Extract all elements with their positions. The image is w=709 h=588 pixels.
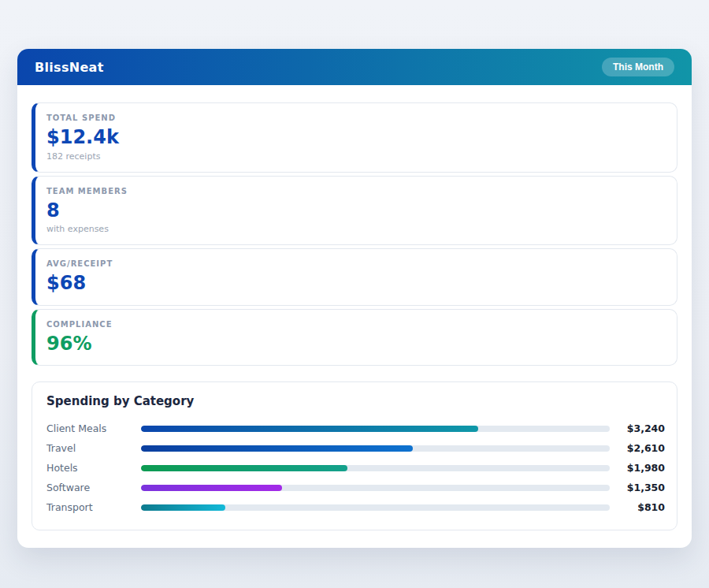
category-value: $1,350 xyxy=(619,482,665,493)
category-label: Travel xyxy=(46,442,141,454)
bar-track xyxy=(141,485,610,491)
period-badge[interactable]: This Month xyxy=(602,58,674,76)
stat-value: 8 xyxy=(46,200,666,222)
stat-value: $68 xyxy=(46,273,666,295)
category-value: $810 xyxy=(619,501,665,513)
category-value: $2,610 xyxy=(619,442,665,454)
bar-fill xyxy=(141,445,413,452)
bar-track xyxy=(141,465,610,471)
stat-subtitle: 182 receipts xyxy=(46,151,666,162)
bar-track xyxy=(141,504,610,511)
bar-fill xyxy=(141,504,225,511)
bar-track xyxy=(141,426,610,432)
dashboard-body: TOTAL SPEND $12.4k 182 receipts TEAM MEM… xyxy=(17,85,692,548)
category-label: Software xyxy=(46,482,141,493)
bar-track xyxy=(141,445,610,452)
spending-chart-card: Spending by Category Client Meals $3,240… xyxy=(32,381,677,530)
category-label: Hotels xyxy=(46,462,141,474)
stat-value: 96% xyxy=(46,333,666,355)
stat-card: AVG/RECEIPT $68 xyxy=(32,248,677,306)
chart-row: Transport $810 xyxy=(46,497,665,517)
app-header: BlissNeat This Month xyxy=(17,49,692,85)
stat-label: TEAM MEMBERS xyxy=(46,187,666,195)
app-title: BlissNeat xyxy=(35,60,104,75)
category-label: Transport xyxy=(46,501,141,513)
chart-row: Hotels $1,980 xyxy=(46,458,665,478)
stat-card: TOTAL SPEND $12.4k 182 receipts xyxy=(32,102,677,173)
stat-label: TOTAL SPEND xyxy=(46,114,666,122)
stat-subtitle: with expenses xyxy=(46,224,666,234)
bar-fill xyxy=(141,465,347,471)
stat-label: COMPLIANCE xyxy=(46,320,666,329)
stat-card: TEAM MEMBERS 8 with expenses xyxy=(32,176,677,246)
stat-label: AVG/RECEIPT xyxy=(46,259,666,268)
bar-fill xyxy=(141,426,478,432)
bar-fill xyxy=(141,485,282,491)
chart-title: Spending by Category xyxy=(46,394,665,408)
stat-value: $12.4k xyxy=(46,127,666,149)
stat-card: COMPLIANCE 96% xyxy=(32,309,677,367)
chart-row: Software $1,350 xyxy=(46,478,665,497)
chart-row: Travel $2,610 xyxy=(46,438,665,458)
category-value: $1,980 xyxy=(619,462,665,474)
category-value: $3,240 xyxy=(619,422,665,434)
category-label: Client Meals xyxy=(46,422,141,434)
dashboard-panel: BlissNeat This Month TOTAL SPEND $12.4k … xyxy=(17,49,692,548)
chart-row: Client Meals $3,240 xyxy=(46,419,665,438)
